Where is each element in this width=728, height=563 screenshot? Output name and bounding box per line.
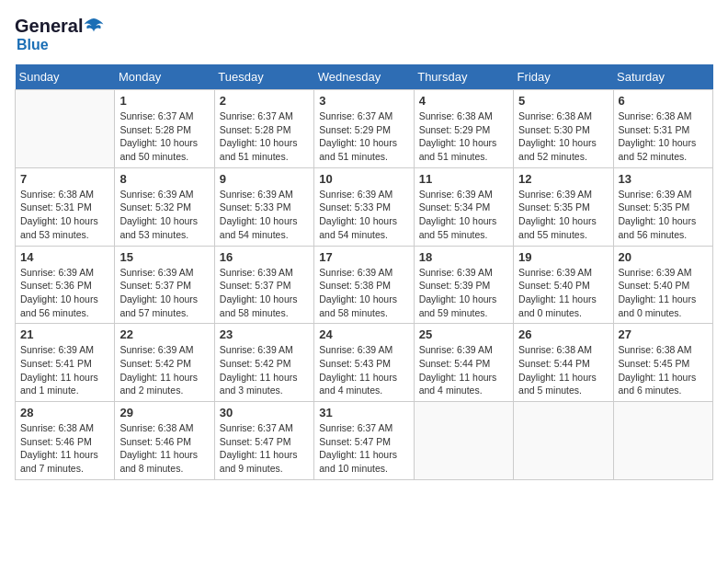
day-info: Sunrise: 6:38 AMSunset: 5:31 PMDaylight:…	[20, 188, 109, 242]
day-number: 11	[419, 172, 508, 186]
day-info: Sunrise: 6:38 AMSunset: 5:31 PMDaylight:…	[619, 109, 708, 164]
day-info: Sunrise: 6:38 AMSunset: 5:45 PMDaylight:…	[619, 343, 708, 397]
day-info: Sunrise: 6:39 AMSunset: 5:33 PMDaylight:…	[319, 188, 408, 242]
col-thursday: Thursday	[414, 64, 513, 90]
day-info: Sunrise: 6:39 AMSunset: 5:34 PMDaylight:…	[419, 188, 508, 242]
day-number: 3	[319, 94, 408, 108]
calendar-week-0: 1Sunrise: 6:37 AMSunset: 5:28 PMDaylight…	[16, 90, 713, 168]
day-number: 5	[518, 94, 608, 108]
day-info: Sunrise: 6:37 AMSunset: 5:28 PMDaylight:…	[220, 109, 309, 164]
day-info: Sunrise: 6:39 AMSunset: 5:40 PMDaylight:…	[619, 266, 708, 320]
day-info: Sunrise: 6:38 AMSunset: 5:29 PMDaylight:…	[419, 109, 508, 164]
day-number: 12	[518, 172, 608, 186]
col-friday: Friday	[514, 64, 613, 90]
table-row	[16, 90, 115, 168]
table-row: 3Sunrise: 6:37 AMSunset: 5:29 PMDaylight…	[314, 90, 414, 168]
day-number: 9	[220, 172, 309, 186]
day-number: 2	[220, 94, 309, 108]
day-number: 19	[518, 250, 608, 264]
table-row: 22Sunrise: 6:39 AMSunset: 5:42 PMDayligh…	[115, 324, 214, 402]
header-row: Sunday Monday Tuesday Wednesday Thursday…	[16, 64, 713, 90]
day-number: 15	[119, 250, 209, 264]
day-info: Sunrise: 6:39 AMSunset: 5:37 PMDaylight:…	[220, 266, 309, 320]
day-info: Sunrise: 6:39 AMSunset: 5:38 PMDaylight:…	[319, 266, 408, 320]
table-row: 10Sunrise: 6:39 AMSunset: 5:33 PMDayligh…	[314, 167, 414, 246]
day-info: Sunrise: 6:39 AMSunset: 5:42 PMDaylight:…	[119, 343, 209, 397]
day-number: 7	[20, 172, 109, 186]
table-row: 2Sunrise: 6:37 AMSunset: 5:28 PMDaylight…	[214, 90, 313, 168]
table-row: 18Sunrise: 6:39 AMSunset: 5:39 PMDayligh…	[414, 246, 513, 324]
table-row: 29Sunrise: 6:38 AMSunset: 5:46 PMDayligh…	[115, 402, 214, 480]
day-info: Sunrise: 6:38 AMSunset: 5:46 PMDaylight:…	[119, 421, 209, 476]
day-number: 24	[319, 327, 408, 341]
day-number: 27	[619, 327, 708, 341]
table-row: 25Sunrise: 6:39 AMSunset: 5:44 PMDayligh…	[414, 324, 513, 402]
col-wednesday: Wednesday	[314, 64, 414, 90]
day-info: Sunrise: 6:38 AMSunset: 5:46 PMDaylight:…	[20, 421, 109, 476]
day-number: 10	[319, 172, 408, 186]
day-info: Sunrise: 6:39 AMSunset: 5:44 PMDaylight:…	[419, 343, 508, 397]
day-number: 18	[419, 250, 508, 264]
day-info: Sunrise: 6:39 AMSunset: 5:36 PMDaylight:…	[20, 266, 109, 320]
day-number: 20	[619, 250, 708, 264]
table-row: 7Sunrise: 6:38 AMSunset: 5:31 PMDaylight…	[16, 167, 115, 246]
table-row: 8Sunrise: 6:39 AMSunset: 5:32 PMDaylight…	[115, 167, 214, 246]
day-number: 1	[119, 94, 209, 108]
logo-blue: Blue	[17, 37, 49, 53]
calendar-week-4: 28Sunrise: 6:38 AMSunset: 5:46 PMDayligh…	[16, 402, 713, 480]
day-info: Sunrise: 6:39 AMSunset: 5:35 PMDaylight:…	[619, 188, 708, 242]
logo: General Blue	[15, 15, 105, 53]
table-row: 4Sunrise: 6:38 AMSunset: 5:29 PMDaylight…	[414, 90, 513, 168]
table-row	[414, 402, 513, 480]
table-row: 20Sunrise: 6:39 AMSunset: 5:40 PMDayligh…	[613, 246, 712, 324]
table-row: 21Sunrise: 6:39 AMSunset: 5:41 PMDayligh…	[16, 324, 115, 402]
day-number: 26	[518, 327, 608, 341]
calendar-week-3: 21Sunrise: 6:39 AMSunset: 5:41 PMDayligh…	[16, 324, 713, 402]
logo-bird-icon	[83, 15, 105, 37]
calendar-table: Sunday Monday Tuesday Wednesday Thursday…	[15, 64, 713, 480]
day-info: Sunrise: 6:39 AMSunset: 5:42 PMDaylight:…	[220, 343, 309, 397]
table-row: 30Sunrise: 6:37 AMSunset: 5:47 PMDayligh…	[214, 402, 313, 480]
table-row: 9Sunrise: 6:39 AMSunset: 5:33 PMDaylight…	[214, 167, 313, 246]
day-number: 16	[220, 250, 309, 264]
col-tuesday: Tuesday	[214, 64, 313, 90]
day-info: Sunrise: 6:39 AMSunset: 5:40 PMDaylight:…	[518, 266, 608, 320]
table-row: 13Sunrise: 6:39 AMSunset: 5:35 PMDayligh…	[613, 167, 712, 246]
table-row: 24Sunrise: 6:39 AMSunset: 5:43 PMDayligh…	[314, 324, 414, 402]
day-info: Sunrise: 6:39 AMSunset: 5:33 PMDaylight:…	[220, 188, 309, 242]
table-row: 5Sunrise: 6:38 AMSunset: 5:30 PMDaylight…	[514, 90, 613, 168]
day-number: 25	[419, 327, 508, 341]
day-info: Sunrise: 6:39 AMSunset: 5:32 PMDaylight:…	[119, 188, 209, 242]
day-number: 21	[20, 327, 109, 341]
calendar-week-1: 7Sunrise: 6:38 AMSunset: 5:31 PMDaylight…	[16, 167, 713, 246]
col-sunday: Sunday	[16, 64, 115, 90]
day-info: Sunrise: 6:37 AMSunset: 5:28 PMDaylight:…	[119, 109, 209, 164]
day-number: 14	[20, 250, 109, 264]
day-info: Sunrise: 6:38 AMSunset: 5:30 PMDaylight:…	[518, 109, 608, 164]
table-row: 12Sunrise: 6:39 AMSunset: 5:35 PMDayligh…	[514, 167, 613, 246]
table-row: 11Sunrise: 6:39 AMSunset: 5:34 PMDayligh…	[414, 167, 513, 246]
day-info: Sunrise: 6:39 AMSunset: 5:35 PMDaylight:…	[518, 188, 608, 242]
day-info: Sunrise: 6:37 AMSunset: 5:47 PMDaylight:…	[319, 421, 408, 476]
table-row: 6Sunrise: 6:38 AMSunset: 5:31 PMDaylight…	[613, 90, 712, 168]
logo-general: General	[15, 16, 83, 37]
day-number: 23	[220, 327, 309, 341]
page-header: General Blue	[15, 15, 713, 53]
day-number: 30	[220, 406, 309, 419]
table-row: 28Sunrise: 6:38 AMSunset: 5:46 PMDayligh…	[16, 402, 115, 480]
day-info: Sunrise: 6:37 AMSunset: 5:29 PMDaylight:…	[319, 109, 408, 164]
day-info: Sunrise: 6:39 AMSunset: 5:37 PMDaylight:…	[119, 266, 209, 320]
day-info: Sunrise: 6:38 AMSunset: 5:44 PMDaylight:…	[518, 343, 608, 397]
table-row: 17Sunrise: 6:39 AMSunset: 5:38 PMDayligh…	[314, 246, 414, 324]
day-number: 17	[319, 250, 408, 264]
day-number: 29	[119, 406, 209, 419]
table-row: 1Sunrise: 6:37 AMSunset: 5:28 PMDaylight…	[115, 90, 214, 168]
day-number: 28	[20, 406, 109, 419]
day-info: Sunrise: 6:39 AMSunset: 5:41 PMDaylight:…	[20, 343, 109, 397]
table-row: 23Sunrise: 6:39 AMSunset: 5:42 PMDayligh…	[214, 324, 313, 402]
day-number: 8	[119, 172, 209, 186]
table-row	[613, 402, 712, 480]
day-number: 13	[619, 172, 708, 186]
day-info: Sunrise: 6:39 AMSunset: 5:43 PMDaylight:…	[319, 343, 408, 397]
calendar-week-2: 14Sunrise: 6:39 AMSunset: 5:36 PMDayligh…	[16, 246, 713, 324]
